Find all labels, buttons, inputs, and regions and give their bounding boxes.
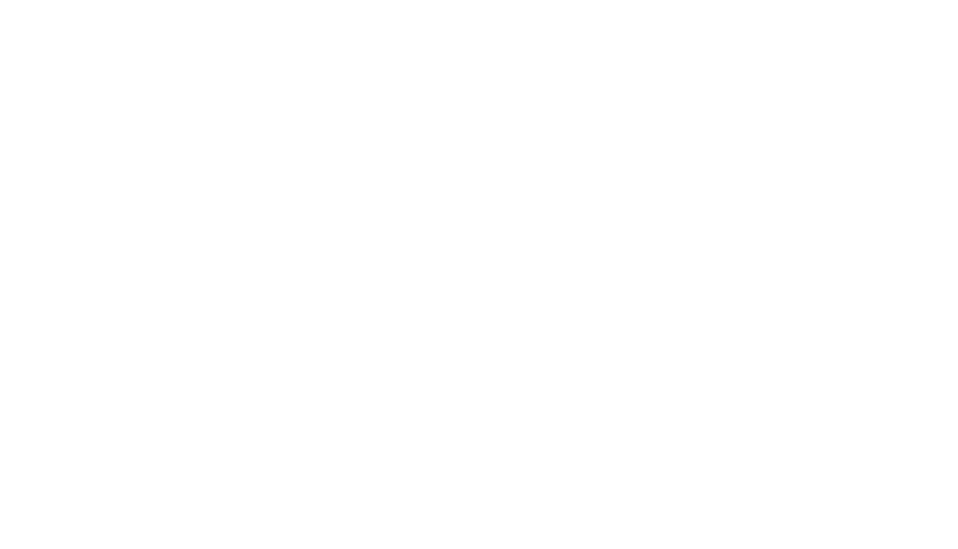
connectors-svg	[0, 0, 958, 549]
tree-diagram	[0, 0, 958, 549]
